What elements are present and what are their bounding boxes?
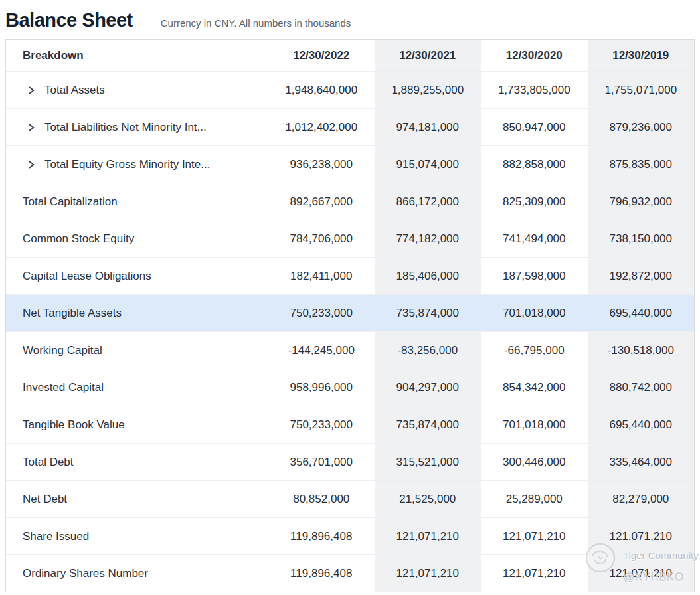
cell-value: 1,755,071,000 <box>588 72 695 108</box>
table-row: Common Stock Equity784,706,000774,182,00… <box>6 220 694 257</box>
cell-value: 892,667,000 <box>268 183 375 220</box>
cell-value: 82,279,000 <box>588 481 695 517</box>
cell-value: 119,896,408 <box>268 555 375 592</box>
page-header: Balance Sheet Currency in CNY. All numbe… <box>0 0 700 39</box>
row-label: Total Liabilities Net Minority Int... <box>44 121 207 134</box>
cell-value: 119,896,408 <box>268 518 375 554</box>
cell-value: 300,446,000 <box>481 444 588 480</box>
cell-value: 121,071,210 <box>588 555 695 592</box>
cell-value: 936,238,000 <box>268 146 375 183</box>
column-header-label: Breakdown <box>23 49 84 62</box>
cell-value: 915,074,000 <box>375 146 481 183</box>
cell-value: -66,795,000 <box>481 332 588 369</box>
cell-value: 796,932,000 <box>588 183 695 220</box>
cell-value: 121,071,210 <box>588 518 695 554</box>
row-label-cell: Capital Lease Obligations <box>6 258 268 294</box>
cell-value: 974,181,000 <box>375 109 481 145</box>
table-row: Total Debt356,701,000315,521,000300,446,… <box>6 443 694 480</box>
cell-value: 80,852,000 <box>268 481 375 517</box>
page-title: Balance Sheet <box>5 9 133 31</box>
cell-value: 1,733,805,000 <box>481 72 588 108</box>
cell-value: 784,706,000 <box>268 220 375 257</box>
row-label: Net Debt <box>23 493 67 506</box>
row-expand-toggle[interactable]: Total Assets <box>6 72 268 108</box>
cell-value: 356,701,000 <box>268 444 375 480</box>
row-label: Total Equity Gross Minority Inte... <box>44 158 210 171</box>
row-label-cell: Net Tangible Assets <box>6 295 268 331</box>
cell-value: 695,440,000 <box>588 406 695 443</box>
cell-value: 850,947,000 <box>481 109 588 145</box>
cell-value: 735,874,000 <box>375 406 481 443</box>
row-label: Invested Capital <box>23 381 104 394</box>
cell-value: 192,872,000 <box>588 258 695 294</box>
cell-value: 958,996,000 <box>268 369 375 406</box>
column-header-label: 12/30/2020 <box>506 49 563 62</box>
column-header-breakdown: Breakdown <box>6 40 268 71</box>
cell-value: 695,440,000 <box>588 295 695 331</box>
table-row: Net Debt80,852,00021,525,00025,289,00082… <box>6 480 694 517</box>
cell-value: 121,071,210 <box>375 555 481 592</box>
chevron-right-icon <box>27 160 36 169</box>
row-label: Common Stock Equity <box>23 232 134 246</box>
table-row: Ordinary Shares Number119,896,408121,071… <box>6 554 694 592</box>
cell-value: 854,342,000 <box>481 369 588 406</box>
row-label-cell: Share Issued <box>6 518 268 554</box>
cell-value: 1,012,402,000 <box>268 109 375 145</box>
column-header-label: 12/30/2021 <box>399 49 456 62</box>
currency-note: Currency in CNY. All numbers in thousand… <box>161 17 351 29</box>
cell-value: 875,835,000 <box>588 146 695 183</box>
cell-value: 735,874,000 <box>375 295 481 331</box>
table-row: Total Assets1,948,640,0001,889,255,0001,… <box>6 71 694 108</box>
row-expand-toggle[interactable]: Total Equity Gross Minority Inte... <box>6 146 268 183</box>
cell-value: 774,182,000 <box>375 220 481 257</box>
column-header-date: 12/30/2019 <box>588 40 695 71</box>
cell-value: 1,889,255,000 <box>375 72 481 108</box>
cell-value: 121,071,210 <box>481 555 588 592</box>
cell-value: 335,464,000 <box>588 444 695 480</box>
column-header-label: 12/30/2022 <box>293 49 349 62</box>
row-label-cell: Total Debt <box>6 444 268 480</box>
table-row: Net Tangible Assets750,233,000735,874,00… <box>6 294 694 331</box>
row-label-cell: Total Capitalization <box>6 183 268 220</box>
table-row: Total Equity Gross Minority Inte...936,2… <box>6 145 694 183</box>
cell-value: 701,018,000 <box>481 406 588 443</box>
cell-value: 741,494,000 <box>481 220 588 257</box>
row-label-cell: Tangible Book Value <box>6 406 268 443</box>
cell-value: 866,172,000 <box>375 183 481 220</box>
chevron-right-icon <box>27 86 36 95</box>
table-row: Share Issued119,896,408121,071,210121,07… <box>6 517 694 554</box>
cell-value: 21,525,000 <box>375 481 481 517</box>
cell-value: 882,858,000 <box>481 146 588 183</box>
balance-sheet-table: Breakdown12/30/202212/30/202112/30/20201… <box>5 39 695 592</box>
row-label-cell: Working Capital <box>6 332 268 369</box>
cell-value: 750,233,000 <box>268 406 375 443</box>
cell-value: 25,289,000 <box>481 481 588 517</box>
row-label-cell: Common Stock Equity <box>6 220 268 257</box>
column-header-date: 12/30/2022 <box>268 40 375 71</box>
row-label: Tangible Book Value <box>23 418 125 432</box>
row-expand-toggle[interactable]: Total Liabilities Net Minority Int... <box>6 109 268 145</box>
cell-value: 315,521,000 <box>375 444 481 480</box>
cell-value: -130,518,000 <box>588 332 695 369</box>
table-header-row: Breakdown12/30/202212/30/202112/30/20201… <box>6 40 694 71</box>
cell-value: 182,411,000 <box>268 258 375 294</box>
row-label: Capital Lease Obligations <box>23 270 151 283</box>
cell-value: -144,245,000 <box>268 332 375 369</box>
cell-value: -83,256,000 <box>375 332 481 369</box>
row-label-cell: Ordinary Shares Number <box>6 555 268 592</box>
cell-value: 825,309,000 <box>481 183 588 220</box>
cell-value: 121,071,210 <box>375 518 481 554</box>
column-header-date: 12/30/2020 <box>481 40 588 71</box>
row-label: Total Capitalization <box>23 195 118 209</box>
cell-value: 879,236,000 <box>588 109 695 145</box>
table-row: Invested Capital958,996,000904,297,00085… <box>6 369 694 406</box>
chevron-right-icon <box>27 123 36 132</box>
row-label: Share Issued <box>23 530 89 543</box>
table-row: Tangible Book Value750,233,000735,874,00… <box>6 406 694 443</box>
column-header-date: 12/30/2021 <box>375 40 481 71</box>
table-row: Total Liabilities Net Minority Int...1,0… <box>6 108 694 145</box>
table-body: Total Assets1,948,640,0001,889,255,0001,… <box>6 71 694 592</box>
cell-value: 750,233,000 <box>268 295 375 331</box>
cell-value: 185,406,000 <box>375 258 481 294</box>
row-label-cell: Net Debt <box>6 481 268 517</box>
